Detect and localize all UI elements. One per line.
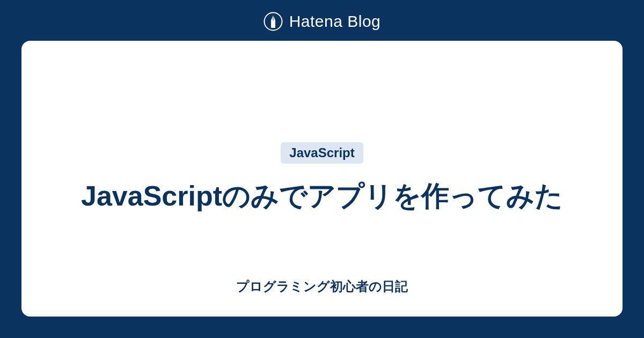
hatena-pen-icon — [264, 12, 283, 31]
category-tag: JavaScript — [281, 142, 363, 164]
brand-text: Hatena Blog — [289, 12, 381, 31]
blog-name: プログラミング初心者の日記 — [236, 278, 408, 295]
content-card: JavaScript JavaScriptのみでアプリを作ってみた プログラミン… — [21, 41, 623, 317]
article-title: JavaScriptのみでアプリを作ってみた — [81, 177, 563, 216]
svg-rect-1 — [271, 26, 275, 28]
header: Hatena Blog — [0, 0, 644, 41]
